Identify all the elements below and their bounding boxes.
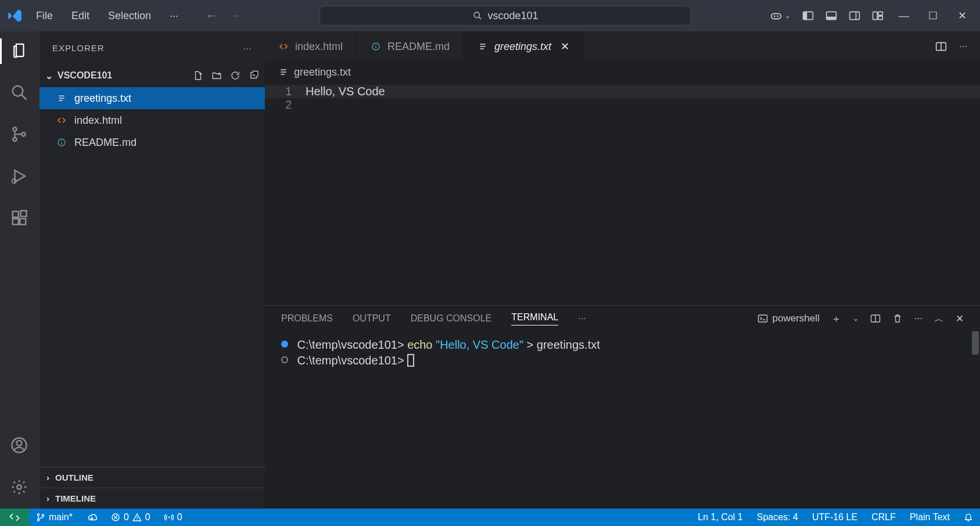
status-bar: main* 0 0 0 Ln 1, Col 1 Spaces: 4 UTF-16… <box>0 509 980 526</box>
file-tree-item[interactable]: greetings.txt <box>40 87 265 109</box>
warning-icon <box>132 513 142 522</box>
kill-terminal-icon[interactable] <box>892 313 903 324</box>
folder-name: VSCODE101 <box>58 70 112 81</box>
layout-panel-icon[interactable] <box>825 10 837 22</box>
status-notifications-icon[interactable] <box>957 513 980 522</box>
tab-label: greetings.txt <box>494 41 551 53</box>
customize-layout-icon[interactable] <box>872 10 884 22</box>
menu-file[interactable]: File <box>27 10 62 22</box>
code-editor[interactable]: 1 Hello, VS Code 2 <box>265 83 980 305</box>
svg-rect-9 <box>850 12 860 19</box>
editor-more-icon[interactable]: ··· <box>960 41 967 52</box>
status-encoding[interactable]: UTF-16 LE <box>805 512 864 523</box>
activity-extensions-icon[interactable] <box>10 209 29 228</box>
maximize-panel-icon[interactable]: ︿ <box>934 312 944 325</box>
explorer-panel: EXPLORER ··· ⌄ VSCODE101 greetings.txt i… <box>40 31 265 509</box>
close-panel-icon[interactable]: ✕ <box>956 313 964 325</box>
split-terminal-icon[interactable] <box>870 313 881 324</box>
prompt-indicator-icon <box>281 356 288 363</box>
line-number: 2 <box>265 98 306 112</box>
split-editor-icon[interactable] <box>935 41 947 52</box>
activity-settings-icon[interactable] <box>10 478 29 497</box>
svg-rect-22 <box>20 219 26 224</box>
status-sync[interactable] <box>80 512 104 523</box>
activity-accounts-icon[interactable] <box>10 436 29 455</box>
svg-point-25 <box>17 441 22 446</box>
status-language[interactable]: Plain Text <box>903 512 957 523</box>
terminal-scrollbar[interactable] <box>972 331 979 355</box>
menu-more-icon[interactable]: ··· <box>160 10 188 22</box>
editor-tab[interactable]: index.html <box>265 31 357 62</box>
menu-edit[interactable]: Edit <box>62 10 99 22</box>
layout-secondary-sidebar-icon[interactable] <box>849 10 860 22</box>
copilot-icon[interactable]: ⌄ <box>770 9 791 22</box>
terminal-shell[interactable]: powershell <box>758 313 820 324</box>
svg-point-44 <box>137 519 137 520</box>
command-center-text: vscode101 <box>488 10 539 22</box>
panel-tab-debug-console[interactable]: DEBUG CONSOLE <box>411 313 492 324</box>
prompt-indicator-icon <box>281 341 288 348</box>
status-branch[interactable]: main* <box>29 512 80 523</box>
refresh-icon[interactable] <box>230 70 240 81</box>
terminal[interactable]: C:\temp\vscode101> echo "Hello, VS Code"… <box>265 331 980 509</box>
cloud-sync-icon <box>87 512 97 523</box>
svg-point-26 <box>17 485 21 489</box>
panel-tab-terminal[interactable]: TERMINAL <box>511 312 558 325</box>
remote-indicator[interactable] <box>0 509 29 526</box>
panel-tab-output[interactable]: OUTPUT <box>353 313 391 324</box>
nav-forward-icon[interactable]: → <box>228 8 241 23</box>
folder-header[interactable]: ⌄ VSCODE101 <box>40 64 265 87</box>
file-tree-item[interactable]: index.html <box>40 109 265 131</box>
file-name: index.html <box>74 114 122 127</box>
status-eol[interactable]: CRLF <box>864 512 903 523</box>
svg-point-33 <box>375 44 376 45</box>
html-file-icon <box>279 42 289 51</box>
info-file-icon <box>57 138 67 147</box>
code-line-text: Hello, VS Code <box>306 85 385 98</box>
editor-tab[interactable]: greetings.txt ✕ <box>464 31 584 62</box>
new-file-icon[interactable] <box>193 70 203 81</box>
svg-rect-12 <box>878 12 883 15</box>
terminal-command: echo <box>407 338 432 351</box>
panel-more-actions-icon[interactable]: ··· <box>914 313 922 324</box>
line-number: 1 <box>265 85 306 98</box>
svg-point-18 <box>21 133 25 136</box>
activity-search-icon[interactable] <box>10 84 29 102</box>
svg-rect-36 <box>758 315 767 322</box>
new-terminal-icon[interactable]: ＋ <box>831 312 841 325</box>
file-tree-item[interactable]: README.md <box>40 131 265 153</box>
explorer-more-icon[interactable]: ··· <box>243 43 252 53</box>
panel-tab-problems[interactable]: PROBLEMS <box>281 313 333 324</box>
new-folder-icon[interactable] <box>211 70 222 81</box>
nav-back-icon[interactable]: ← <box>205 8 218 23</box>
status-indentation[interactable]: Spaces: 4 <box>750 512 805 523</box>
status-problems[interactable]: 0 0 <box>104 512 157 523</box>
timeline-section[interactable]: › TIMELINE <box>40 488 265 509</box>
terminal-prompt: C:\temp\vscode101> <box>297 354 404 367</box>
menu-selection[interactable]: Selection <box>99 10 160 22</box>
window-close-icon[interactable]: ✕ <box>953 9 971 22</box>
vscode-logo-icon <box>3 8 27 23</box>
layout-primary-sidebar-icon[interactable] <box>802 10 814 22</box>
error-count: 0 <box>124 512 129 523</box>
window-maximize-icon[interactable]: ☐ <box>924 9 942 22</box>
bottom-panel: PROBLEMS OUTPUT DEBUG CONSOLE TERMINAL ·… <box>265 305 980 509</box>
tab-label: index.html <box>295 41 343 53</box>
activity-explorer-icon[interactable] <box>10 42 29 60</box>
command-center[interactable]: vscode101 <box>241 6 770 26</box>
panel-more-icon[interactable]: ··· <box>578 313 586 324</box>
breadcrumb[interactable]: greetings.txt <box>265 62 980 83</box>
tab-label: README.md <box>387 41 450 53</box>
outline-section[interactable]: › OUTLINE <box>40 467 265 488</box>
status-ports[interactable]: 0 <box>157 512 189 523</box>
status-cursor-position[interactable]: Ln 1, Col 1 <box>691 512 749 523</box>
collapse-all-icon[interactable] <box>249 70 259 81</box>
svg-point-16 <box>13 127 16 131</box>
tab-close-icon[interactable]: ✕ <box>561 40 569 53</box>
window-minimize-icon[interactable]: — <box>895 10 913 22</box>
terminal-dropdown-icon[interactable]: ⌄ <box>853 314 859 323</box>
activity-source-control-icon[interactable] <box>10 126 29 144</box>
broadcast-icon <box>164 513 174 522</box>
editor-tab[interactable]: README.md <box>357 31 464 62</box>
activity-run-debug-icon[interactable] <box>10 167 29 186</box>
